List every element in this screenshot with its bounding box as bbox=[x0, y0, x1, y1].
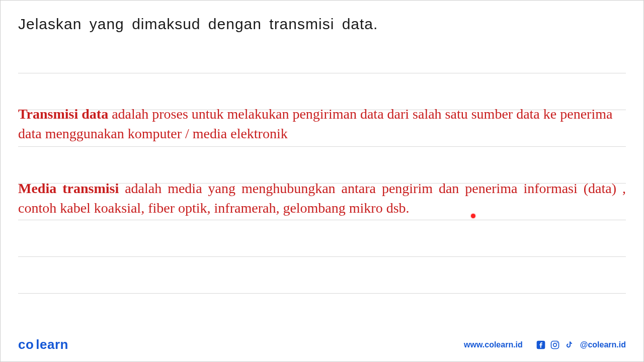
term-media: Media transmisi bbox=[18, 180, 119, 196]
svg-point-3 bbox=[556, 342, 557, 343]
logo-part-learn: learn bbox=[36, 337, 68, 352]
tiktok-icon bbox=[564, 340, 574, 350]
brand-logo: colearn bbox=[18, 337, 68, 352]
laser-pointer-dot bbox=[471, 214, 475, 218]
footer: colearn www.colearn.id @colearn.id bbox=[1, 337, 643, 352]
website-url: www.colearn.id bbox=[464, 340, 523, 349]
rule-line bbox=[18, 73, 626, 73]
rule-line bbox=[18, 293, 626, 294]
answer-media-transmisi: Media transmisi adalah media yang menghu… bbox=[18, 178, 626, 218]
facebook-icon bbox=[536, 340, 546, 350]
rule-line bbox=[18, 220, 626, 220]
answer-transmisi-data: Transmisi data adalah proses untuk melak… bbox=[18, 104, 626, 143]
social-icons bbox=[536, 340, 574, 350]
question-text: Jelaskan yang dimaksud dengan transmisi … bbox=[18, 16, 626, 33]
social-handle: @colearn.id bbox=[580, 340, 626, 349]
rule-line bbox=[18, 256, 626, 257]
rule-line bbox=[18, 146, 626, 147]
instagram-icon bbox=[550, 340, 560, 350]
footer-right: www.colearn.id @colearn.id bbox=[464, 340, 626, 350]
svg-point-2 bbox=[553, 343, 556, 346]
term-transmisi: Transmisi data bbox=[18, 106, 108, 122]
logo-part-co: co bbox=[18, 337, 34, 352]
ruled-answer-area: Transmisi data adalah proses untuk melak… bbox=[18, 73, 626, 294]
